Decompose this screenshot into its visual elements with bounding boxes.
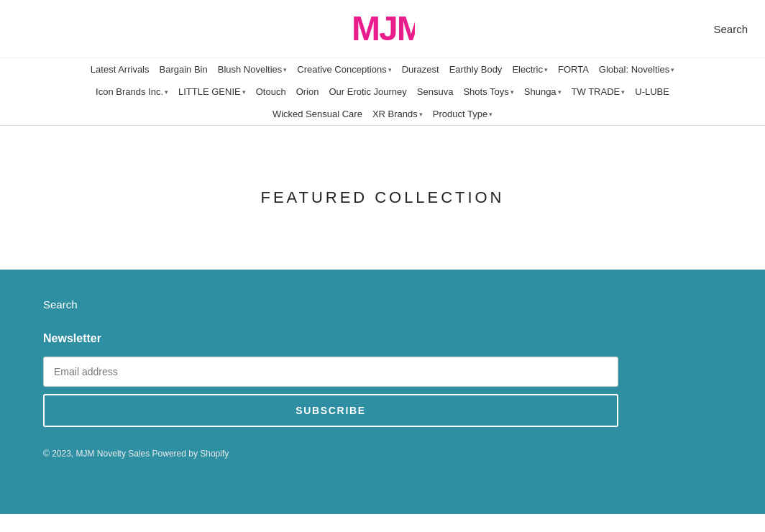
- header: MJM Search: [0, 0, 765, 58]
- nav-creative-conceptions[interactable]: Creative Conceptions ▾: [293, 61, 395, 78]
- xr-brands-chevron-icon: ▾: [419, 111, 423, 118]
- shunga-chevron-icon: ▾: [558, 88, 562, 96]
- nav-row-1: Latest Arrivals Bargain Bin Blush Novelt…: [12, 58, 753, 81]
- global-novelties-chevron-icon: ▾: [671, 66, 674, 73]
- featured-collection-section: FEATURED COLLECTION: [0, 126, 765, 270]
- nav-sensuva[interactable]: Sensuva: [413, 83, 458, 100]
- nav-xr-brands[interactable]: XR Brands ▾: [368, 106, 427, 122]
- nav-durazest[interactable]: Durazest: [398, 61, 444, 78]
- nav-forta[interactable]: FORTA: [554, 61, 593, 78]
- nav-earthly-body[interactable]: Earthly Body: [445, 61, 507, 78]
- tw-trade-chevron-icon: ▾: [621, 88, 625, 96]
- main-nav: Latest Arrivals Bargain Bin Blush Novelt…: [0, 58, 765, 126]
- blush-novelties-chevron-icon: ▾: [283, 66, 287, 73]
- nav-product-type[interactable]: Product Type ▾: [429, 106, 497, 122]
- product-type-chevron-icon: ▾: [489, 111, 493, 118]
- footer-copyright: © 2023, MJM Novelty Sales Powered by Sho…: [43, 449, 722, 459]
- subscribe-button[interactable]: SUBSCRIBE: [43, 394, 618, 427]
- footer-search-link[interactable]: Search: [43, 298, 78, 311]
- nav-u-lube[interactable]: U-LUBE: [631, 83, 674, 100]
- newsletter-heading: Newsletter: [43, 332, 722, 345]
- nav-latest-arrivals[interactable]: Latest Arrivals: [86, 61, 154, 78]
- nav-wicked-sensual-care[interactable]: Wicked Sensual Care: [268, 106, 367, 122]
- electric-chevron-icon: ▾: [544, 66, 548, 73]
- svg-text:MJM: MJM: [352, 9, 415, 47]
- nav-icon-brands[interactable]: Icon Brands Inc. ▾: [91, 83, 173, 100]
- footer: Search Newsletter SUBSCRIBE © 2023, MJM …: [0, 270, 765, 514]
- nav-electric[interactable]: Electric ▾: [508, 61, 552, 78]
- logo-icon: MJM: [350, 9, 415, 49]
- nav-bargain-bin[interactable]: Bargain Bin: [155, 61, 212, 78]
- nav-tw-trade[interactable]: TW TRADE ▾: [567, 83, 630, 100]
- little-genie-chevron-icon: ▾: [242, 88, 246, 96]
- shots-toys-chevron-icon: ▾: [510, 88, 514, 96]
- nav-otouch[interactable]: Otouch: [252, 83, 290, 100]
- logo[interactable]: MJM: [350, 9, 415, 49]
- featured-collection-title: FEATURED COLLECTION: [261, 188, 505, 207]
- nav-blush-novelties[interactable]: Blush Novelties ▾: [214, 61, 292, 78]
- nav-orion[interactable]: Orion: [292, 83, 324, 100]
- header-search-button[interactable]: Search: [713, 23, 748, 35]
- nav-our-erotic-journey[interactable]: Our Erotic Journey: [324, 83, 411, 100]
- newsletter-section: Newsletter SUBSCRIBE: [43, 332, 722, 427]
- nav-row-3: Wicked Sensual Care XR Brands ▾ Product …: [12, 103, 753, 125]
- nav-shunga[interactable]: Shunga ▾: [520, 83, 566, 100]
- creative-conceptions-chevron-icon: ▾: [388, 66, 392, 73]
- nav-global-novelties[interactable]: Global: Novelties ▾: [595, 61, 679, 78]
- icon-brands-chevron-icon: ▾: [165, 88, 168, 96]
- email-input[interactable]: [43, 357, 618, 387]
- nav-row-2: Icon Brands Inc. ▾ LITTLE GENIE ▾ Otouch…: [12, 81, 753, 103]
- nav-shots-toys[interactable]: Shots Toys ▾: [459, 83, 518, 100]
- nav-little-genie[interactable]: LITTLE GENIE ▾: [174, 83, 250, 100]
